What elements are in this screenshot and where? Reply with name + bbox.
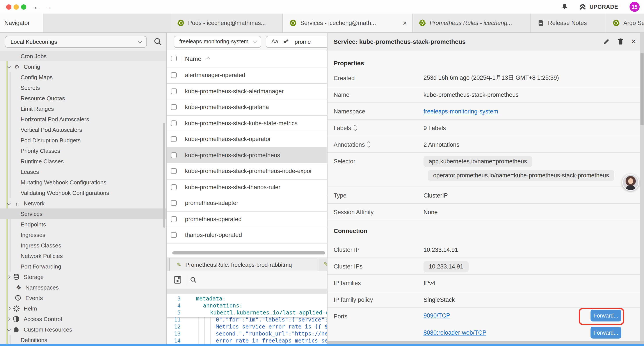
sidebar-item-vertical-pod-autoscalers[interactable]: Vertical Pod Autoscalers [0, 124, 166, 135]
tab-services[interactable]: Services - icecheng@math...× [283, 13, 412, 32]
save-icon[interactable] [174, 276, 182, 284]
sidebar-item-limit-ranges[interactable]: Limit Ranges [0, 103, 166, 114]
sidebar-item-leases[interactable]: Leases [0, 166, 166, 177]
name-column-header[interactable]: Name [185, 55, 202, 62]
tab-close-icon[interactable]: × [402, 19, 408, 27]
sidebar-item-events[interactable]: Events [0, 293, 166, 303]
sidebar-item-config[interactable]: ⚙Config [0, 61, 166, 72]
upgrade-button[interactable]: UPGRADE [578, 3, 618, 10]
window-minimize-button[interactable] [14, 4, 19, 9]
select-all-checkbox[interactable] [171, 56, 177, 61]
port-link-8080[interactable]: 8080:reloader-web/TCP [424, 329, 486, 336]
row-checkbox[interactable] [171, 152, 177, 158]
tab-pods[interactable]: Pods - icecheng@mathmas... [171, 13, 283, 32]
notification-badge[interactable]: 15 [630, 2, 640, 12]
sidebar-item-config-maps[interactable]: Config Maps [0, 72, 166, 82]
row-checkbox[interactable] [171, 200, 177, 206]
row-checkbox[interactable] [171, 216, 177, 222]
sidebar-item-mutating-webhook-configurations[interactable]: Mutating Webhook Configurations [0, 177, 166, 187]
sidebar-item-priority-classes[interactable]: Priority Classes [0, 145, 166, 156]
chevron-right-icon[interactable] [7, 275, 11, 279]
tab-prometheus[interactable]: Prometheus Rules - icecheng... [412, 13, 531, 32]
sidebar-item-helm[interactable]: Helm [0, 303, 166, 314]
sidebar-item-definitions[interactable]: Definitions [0, 335, 166, 344]
navigator-panel-tab[interactable]: Navigator [0, 13, 43, 32]
port-link-9090[interactable]: 9090/TCP [424, 312, 450, 319]
sidebar-item-network[interactable]: ↑↓Network [0, 198, 166, 209]
horizontal-scrollbar[interactable] [172, 251, 325, 255]
table-row[interactable]: kube-prometheus-stack-grafana [166, 99, 327, 115]
sidebar-search-icon[interactable] [154, 37, 162, 46]
sidebar-item-network-policies[interactable]: Network Policies [0, 251, 166, 261]
sidebar-item-endpoints[interactable]: Endpoints [0, 219, 166, 230]
sort-icon[interactable] [354, 125, 356, 130]
sidebar-item-validating-webhook-configurations[interactable]: Validating Webhook Configurations [0, 187, 166, 198]
table-row[interactable]: kube-prometheus-stack-alertmanager [166, 83, 327, 99]
trash-icon[interactable] [617, 38, 624, 45]
match-case-toggle[interactable]: Aa [271, 38, 278, 45]
row-checkbox[interactable] [171, 88, 177, 94]
sidebar-item-namespaces[interactable]: ❖Namespaces [0, 282, 166, 293]
panel-scrollbar-track[interactable] [640, 33, 644, 341]
chevron-right-icon[interactable] [7, 306, 11, 310]
chevron-down-icon[interactable] [7, 65, 11, 68]
table-row[interactable]: kube-prometheus-stack-kube-state-metrics [166, 115, 327, 131]
row-checkbox[interactable] [171, 232, 177, 238]
sidebar-item-cron-jobs[interactable]: Cron Jobs [0, 51, 166, 61]
window-close-button[interactable] [6, 4, 12, 9]
yaml-editor[interactable]: 110","for":"1m","labels":{"service":"f12… [166, 294, 327, 344]
regex-toggle-icon[interactable]: * [284, 39, 289, 44]
sidebar-item-runtime-classes[interactable]: Runtime Classes [0, 156, 166, 166]
kubeconfig-select[interactable]: Local Kubeconfigs [5, 36, 147, 47]
sidebar-item-services[interactable]: Services [0, 209, 166, 219]
table-row[interactable]: kube-prometheus-stack-operator [166, 131, 327, 147]
bell-icon[interactable] [561, 3, 568, 10]
sidebar-scrollbar[interactable] [163, 123, 165, 228]
table-row[interactable]: kube-prometheus-stack-prometheus [166, 147, 327, 163]
sidebar-item-resource-quotas[interactable]: Resource Quotas [0, 93, 166, 103]
detail-label: Type [334, 187, 346, 204]
user-avatar[interactable] [622, 174, 639, 191]
editor-search-icon[interactable] [190, 276, 197, 283]
namespace-select[interactable]: freeleaps-monitoring-system [174, 36, 261, 47]
sidebar-item-secrets[interactable]: Secrets [0, 82, 166, 93]
table-row[interactable]: prometheus-operated [166, 211, 327, 227]
sidebar-item-horizontal-pod-autoscalers[interactable]: Horizontal Pod Autoscalers [0, 114, 166, 124]
detail-label: Name [334, 86, 350, 103]
row-checkbox[interactable] [171, 184, 177, 190]
sort-icon[interactable] [368, 142, 370, 147]
table-row[interactable]: thanos-ruler-operated [166, 227, 327, 243]
namespace-link[interactable]: freeleaps-monitoring-system [424, 103, 498, 120]
back-button[interactable]: ← [33, 1, 41, 12]
row-checkbox[interactable] [171, 136, 177, 142]
row-checkbox[interactable] [171, 168, 177, 174]
table-row[interactable]: kube-prometheus-stack-prometheus-node-ex… [166, 163, 327, 179]
chevron-right-icon[interactable] [7, 317, 11, 321]
panel-scrollbar-thumb[interactable] [640, 53, 644, 125]
chevron-down-icon[interactable] [7, 201, 11, 205]
detail-label: Selector [334, 153, 355, 169]
sidebar-item-custom-resources[interactable]: Custom Resources [0, 324, 166, 335]
sidebar-item-ingress-classes[interactable]: Ingress Classes [0, 240, 166, 251]
forward-button[interactable]: Forward... [590, 327, 621, 339]
edit-pencil-icon[interactable] [603, 38, 610, 45]
table-row[interactable]: prometheus-adapter [166, 195, 327, 211]
tab-release[interactable]: Release Notes [531, 13, 606, 32]
filter-input[interactable]: Aa * prome [266, 36, 327, 47]
sidebar-item-access-control[interactable]: Access Control [0, 314, 166, 324]
window-maximize-button[interactable] [21, 4, 26, 9]
close-icon[interactable]: × [631, 37, 636, 45]
sidebar-item-storage[interactable]: Storage [0, 272, 166, 282]
row-checkbox[interactable] [171, 72, 177, 78]
forward-button[interactable]: → [45, 1, 52, 12]
table-row[interactable]: kube-prometheus-stack-thanos-ruler [166, 179, 327, 195]
row-checkbox[interactable] [171, 104, 177, 110]
editor-tab-prometheusrule[interactable]: ✎ PrometheusRule: freeleaps-prod-rabbitm… [169, 258, 319, 271]
sidebar-item-pod-disruption-budgets[interactable]: Pod Disruption Budgets [0, 135, 166, 145]
table-row[interactable]: alertmanager-operated [166, 67, 327, 83]
row-checkbox[interactable] [171, 120, 177, 126]
sidebar-item-port-forwarding[interactable]: Port Forwarding [0, 261, 166, 272]
chevron-down-icon[interactable] [7, 327, 11, 331]
sidebar-item-ingresses[interactable]: Ingresses [0, 230, 166, 240]
tab-argo[interactable]: Argo Se [606, 13, 644, 32]
